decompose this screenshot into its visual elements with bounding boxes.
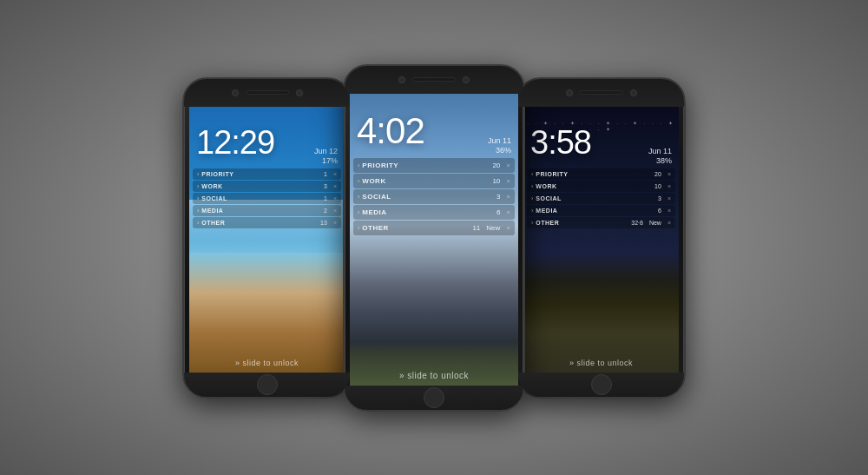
notif-row[interactable]: › WORK 10 ×: [353, 174, 515, 188]
phone-right-lockscreen: 3:58 Jun 11 38% › PRIORITY 20 × ›: [523, 107, 679, 373]
chevron-right-icon: ›: [197, 183, 199, 189]
notif-label: OTHER: [536, 220, 628, 226]
phone-left-battery: 17%: [322, 156, 338, 165]
phone-center-date-info: Jun 11 36%: [488, 136, 511, 155]
phone-left-home-button[interactable]: [257, 374, 278, 395]
phone-right-slide-unlock[interactable]: » slide to unlock: [523, 355, 679, 373]
chevron-right-icon: ›: [531, 171, 533, 177]
chevron-right-icon: ›: [197, 220, 199, 226]
close-icon[interactable]: ×: [667, 195, 671, 201]
close-icon[interactable]: ×: [667, 171, 671, 177]
notif-new: New: [486, 224, 500, 232]
chevron-right-icon: ›: [197, 195, 199, 201]
chevron-right-icon: ›: [197, 171, 199, 177]
phone-center-home-button[interactable]: [424, 387, 444, 408]
notif-row[interactable]: › PRIORITY 20 ×: [353, 158, 515, 173]
phone-center-lockscreen: 4:02 Jun 11 36% › PRIORITY 20 × ›: [350, 94, 518, 386]
close-icon[interactable]: ×: [667, 208, 671, 214]
phone-right-camera: [566, 89, 573, 96]
phone-right-battery: 38%: [656, 156, 672, 165]
notif-label: MEDIA: [536, 208, 655, 214]
close-icon[interactable]: ×: [506, 162, 510, 169]
notif-count: 3: [324, 183, 327, 189]
notif-label: SOCIAL: [201, 195, 321, 201]
phone-center-screen: 4:02 Jun 11 36% › PRIORITY 20 × ›: [350, 94, 518, 386]
chevron-right-icon: ›: [531, 220, 533, 226]
phone-right-date: Jun 11: [648, 147, 672, 155]
notif-label: WORK: [201, 183, 321, 189]
close-icon[interactable]: ×: [506, 224, 510, 232]
phone-right-home-button[interactable]: [591, 374, 612, 395]
notif-label: PRIORITY: [536, 171, 652, 177]
phone-right-top-bar: [518, 79, 684, 107]
notif-label: SOCIAL: [536, 195, 655, 201]
phone-center-notifications: › PRIORITY 20 × › WORK 10 × › SOCIAL: [350, 158, 518, 367]
notif-count: 6: [496, 208, 500, 216]
phone-right-screen: 3:58 Jun 11 38% › PRIORITY 20 × ›: [523, 107, 679, 373]
notif-row[interactable]: › WORK 3 ×: [193, 181, 341, 192]
phone-left-status-bar: [189, 107, 345, 124]
phone-left-slide-unlock[interactable]: » slide to unlock: [189, 355, 345, 373]
phone-left-time: 12:29: [196, 126, 274, 159]
chevron-right-icon: ›: [358, 162, 359, 168]
phone-left-lockscreen: 12:29 Jun 12 17% › PRIORITY 1 × ›: [189, 107, 345, 373]
chevron-right-icon: ›: [358, 178, 359, 184]
chevron-right-icon: ›: [358, 225, 359, 231]
notif-count: 6: [658, 208, 661, 214]
notif-row[interactable]: › OTHER 32·8 New ×: [527, 217, 675, 228]
notif-row[interactable]: › OTHER 11 New ×: [353, 221, 515, 235]
chevron-right-icon: ›: [531, 195, 533, 201]
notif-count: 32·8: [631, 220, 643, 226]
phone-left-screen: 12:29 Jun 12 17% › PRIORITY 1 × ›: [189, 107, 345, 373]
close-icon[interactable]: ×: [506, 177, 510, 185]
phones-container: 12:29 Jun 12 17% › PRIORITY 1 × ›: [0, 0, 868, 475]
notif-count: 13: [320, 220, 327, 226]
phone-left-top-bar: [184, 79, 350, 107]
notif-row[interactable]: › SOCIAL 3 ×: [527, 193, 675, 204]
notif-label: WORK: [536, 183, 652, 189]
phone-right-sensor: [630, 89, 637, 96]
phone-left-date: Jun 12: [314, 147, 338, 155]
phone-center: 4:02 Jun 11 36% › PRIORITY 20 × ›: [343, 64, 525, 412]
notif-row[interactable]: › OTHER 13 ×: [193, 217, 341, 228]
phone-left: 12:29 Jun 12 17% › PRIORITY 1 × ›: [182, 77, 352, 399]
phone-center-time: 4:02: [357, 113, 424, 149]
phone-left-notifications: › PRIORITY 1 × › WORK 3 × › SOCIAL 1: [189, 168, 345, 355]
chevron-right-icon: ›: [531, 208, 533, 214]
notif-row[interactable]: › MEDIA 6 ×: [527, 205, 675, 216]
close-icon[interactable]: ×: [667, 183, 671, 189]
chevron-right-icon: ›: [197, 208, 199, 214]
close-icon[interactable]: ×: [333, 171, 337, 177]
notif-row[interactable]: › MEDIA 6 ×: [353, 205, 515, 220]
close-icon[interactable]: ×: [506, 193, 510, 201]
notif-count: 1: [324, 195, 327, 201]
notif-count: 10: [492, 177, 500, 185]
notif-count: 2: [324, 208, 327, 214]
close-icon[interactable]: ×: [333, 195, 337, 201]
phone-left-bottom-bar: [184, 373, 350, 397]
close-icon[interactable]: ×: [333, 183, 337, 189]
phone-center-date: Jun 11: [488, 136, 511, 145]
phone-right-status-bar: [523, 107, 679, 124]
chevron-right-icon: ›: [358, 209, 359, 215]
notif-row[interactable]: › SOCIAL 3 ×: [353, 189, 515, 204]
notif-count: 10: [654, 183, 661, 189]
notif-row[interactable]: › SOCIAL 1 ×: [193, 193, 341, 204]
notif-label: PRIORITY: [362, 162, 490, 169]
close-icon[interactable]: ×: [667, 220, 671, 226]
notif-row[interactable]: › PRIORITY 1 ×: [193, 168, 341, 180]
phone-center-slide-unlock[interactable]: » slide to unlock: [350, 367, 518, 386]
notif-row[interactable]: › PRIORITY 20 ×: [527, 168, 675, 180]
chevron-right-icon: ›: [358, 194, 359, 200]
notif-count: 20: [654, 171, 661, 177]
phone-right-bottom-bar: [518, 373, 684, 397]
notif-label: OTHER: [201, 220, 318, 226]
close-icon[interactable]: ×: [333, 220, 337, 226]
notif-row[interactable]: › MEDIA 2 ×: [193, 205, 341, 216]
close-icon[interactable]: ×: [333, 208, 337, 214]
notif-new: New: [649, 220, 661, 226]
notif-row[interactable]: › WORK 10 ×: [527, 181, 675, 192]
notif-count: 20: [492, 162, 500, 169]
notif-count: 11: [472, 224, 480, 232]
close-icon[interactable]: ×: [506, 208, 510, 216]
